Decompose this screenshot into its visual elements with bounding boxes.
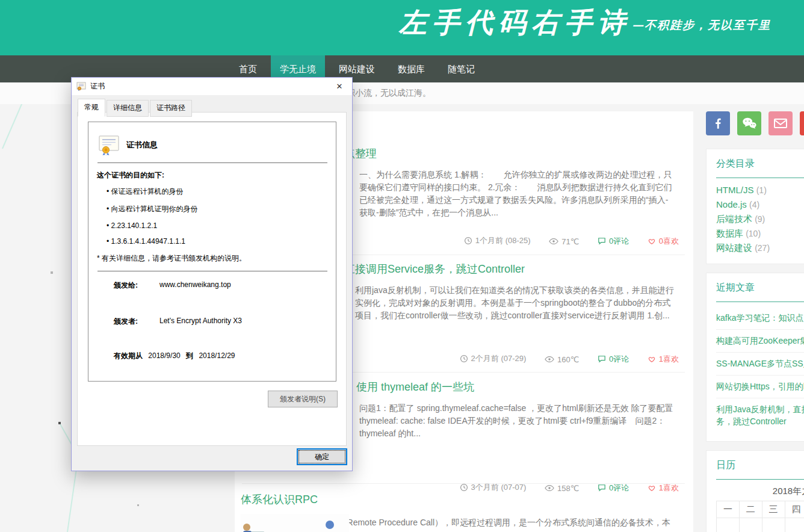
issued-by-label: 颁发者:	[114, 317, 159, 327]
category-item: 后端技术 (9)	[716, 212, 804, 226]
purpose-item: 2.23.140.1.2.1	[107, 221, 336, 230]
comment-count-link[interactable]: 0评论	[598, 483, 629, 493]
post-time: 2个月前 (07-29)	[460, 353, 527, 364]
category-count: (10)	[746, 229, 761, 238]
like-count-link[interactable]: 1喜欢	[648, 354, 679, 365]
article-item: 体系化认识RPC RPC（Remote	[235, 492, 693, 532]
clock-icon	[464, 237, 472, 245]
article-excerpt: 一、为什么需要消息系统 1.解耦： 允许你独立的扩展或修改两边的处理过程，只要确…	[359, 169, 693, 219]
category-link[interactable]: HTML/JS	[716, 185, 754, 195]
recent-post-link[interactable]: 利用Java反射机制，直接调用Service服务，跳过Controller	[716, 398, 804, 433]
recent-post-link[interactable]: 网站切换Https，引用的http资	[716, 376, 804, 398]
calendar-table: 一 二 三 四 五 六 日 1 2 3	[716, 501, 804, 532]
category-count: (4)	[749, 200, 759, 209]
valid-to-label: 到	[186, 351, 193, 360]
purpose-heading: 这个证书的目的如下:	[97, 170, 327, 181]
article-excerpt: 问题1：配置了 spring.thymeleaf.cache=false ，更改…	[359, 402, 693, 440]
article-excerpt: RPC（Remote Procedure Call），即远程过程调用，是一个分布…	[321, 516, 693, 532]
issued-by-value: Let's Encrypt Authority X3	[159, 317, 242, 327]
article-divider	[242, 483, 685, 484]
issued-to-value: www.chenweikang.top	[159, 280, 231, 291]
calendar-day	[762, 518, 785, 532]
recent-posts-widget: 近期文章 kafka学习笔记：知识点整理 构建高可用ZooKeeper集群 SS…	[706, 273, 804, 442]
site-brand[interactable]: 左手代码右手诗 —不积跬步，无以至千里	[399, 6, 771, 39]
clock-icon	[460, 483, 468, 492]
comment-count-link[interactable]: 0评论	[598, 236, 629, 247]
recent-post-link[interactable]: SS-MANAGE多节点SS用户限	[716, 353, 804, 376]
recent-post-link[interactable]: 构建高可用ZooKeeper集群	[716, 330, 804, 353]
certificate-info-panel: 证书信息 这个证书的目的如下: 保证远程计算机的身份 向远程计算机证明你的身份 …	[88, 122, 336, 382]
category-link[interactable]: 网站建设	[716, 243, 752, 253]
validity-field: 有效期从 2018/9/30 到 2018/12/29	[114, 351, 336, 361]
like-count-link[interactable]: 1喜欢	[648, 483, 679, 493]
comment-count-link[interactable]: 0评论	[598, 354, 629, 365]
tab-certification-path[interactable]: 证书路径	[150, 100, 192, 117]
clock-icon	[460, 354, 468, 363]
wechat-icon[interactable]	[737, 111, 761, 135]
calendar-weekday: 二	[739, 501, 762, 518]
issuer-statement-button[interactable]: 颁发者说明(S)	[268, 391, 338, 407]
email-icon[interactable]	[768, 111, 793, 135]
separator	[97, 271, 327, 271]
comment-icon	[598, 237, 606, 245]
issued-to-field: 颁发给: www.chenweikang.top	[114, 280, 336, 291]
eye-icon	[545, 356, 554, 363]
validity-label: 有效期从	[114, 351, 143, 360]
recent-posts-title: 近期文章	[716, 282, 804, 302]
category-link[interactable]: 数据库	[716, 228, 743, 238]
eye-icon	[545, 484, 554, 492]
tab-general[interactable]: 常规	[78, 99, 105, 117]
social-links	[706, 111, 804, 135]
certificate-info-heading: 证书信息	[126, 140, 158, 150]
calendar-weekday: 一	[717, 501, 740, 518]
facebook-icon[interactable]	[706, 111, 730, 135]
tab-details[interactable]: 详细信息	[107, 100, 149, 117]
view-count: 71℃	[549, 237, 579, 246]
dialog-title: 证书	[90, 81, 105, 91]
certificate-icon	[76, 82, 86, 91]
categories-title: 分类目录	[716, 158, 804, 178]
article-thumbnail[interactable]	[241, 514, 349, 532]
calendar-month-label: 2018年九月	[716, 486, 804, 497]
calendar-weekday: 三	[762, 501, 785, 518]
category-item: 网站建设 (27)	[716, 241, 804, 255]
issuer-note: * 有关详细信息，请参考证书颁发机构的说明。	[97, 253, 327, 264]
like-count-link[interactable]: 0喜欢	[648, 236, 679, 247]
purpose-item: 保证远程计算机的身份	[107, 187, 336, 197]
categories-widget: 分类目录 HTML/JS (1) Node.js (4) 后端技术 (9) 数据…	[706, 149, 804, 264]
heart-icon	[648, 237, 656, 245]
calendar-weekday: 四	[785, 501, 804, 518]
category-link[interactable]: Node.js	[716, 199, 747, 209]
category-item: 数据库 (10)	[716, 226, 804, 241]
ok-button[interactable]: 确定	[297, 448, 347, 465]
view-count: 158℃	[545, 484, 579, 493]
certificate-dialog: 证书 ✕ 常规 详细信息 证书路径	[71, 77, 353, 471]
category-count: (1)	[756, 185, 767, 195]
article-title-link[interactable]: 使用 thymeleaf 的一些坑	[356, 380, 693, 394]
purpose-item: 向远程计算机证明你的身份	[107, 204, 336, 214]
calendar-day	[785, 518, 804, 532]
nav-item-database[interactable]: 数据库	[389, 55, 434, 82]
certificate-large-icon	[98, 135, 120, 155]
sidebar: 分类目录 HTML/JS (1) Node.js (4) 后端技术 (9) 数据…	[706, 111, 804, 532]
recent-post-link[interactable]: kafka学习笔记：知识点整理	[716, 307, 804, 330]
nav-item-notes[interactable]: 随笔记	[439, 55, 484, 82]
calendar-header-row: 一 二 三 四 五 六 日	[717, 501, 804, 518]
view-count: 160℃	[545, 355, 579, 364]
post-time: 1个月前 (08-25)	[464, 235, 531, 246]
valid-to-value: 2018/12/29	[199, 351, 235, 360]
valid-from-value: 2018/9/30	[148, 351, 180, 360]
purpose-item: 1.3.6.1.4.1.44947.1.1.1	[107, 237, 336, 246]
rpc-clipart	[241, 514, 349, 532]
dialog-tab-page: 证书信息 这个证书的目的如下: 保证远程计算机的身份 向远程计算机证明你的身份 …	[77, 112, 347, 446]
article-title-link[interactable]: 体系化认识RPC	[241, 492, 693, 507]
issued-by-field: 颁发者: Let's Encrypt Authority X3	[114, 317, 336, 327]
page: 左手代码右手诗 —不积跬步，无以至千里 首页 学无止境 网站建设 数据库 随笔记…	[0, 0, 804, 532]
comment-icon	[598, 484, 606, 492]
calendar-day	[717, 518, 740, 532]
dialog-titlebar[interactable]: 证书 ✕	[72, 78, 352, 95]
category-link[interactable]: 后端技术	[716, 214, 752, 224]
category-item: Node.js (4)	[716, 197, 804, 212]
red-social-icon[interactable]	[800, 111, 804, 135]
close-icon[interactable]: ✕	[327, 78, 352, 95]
